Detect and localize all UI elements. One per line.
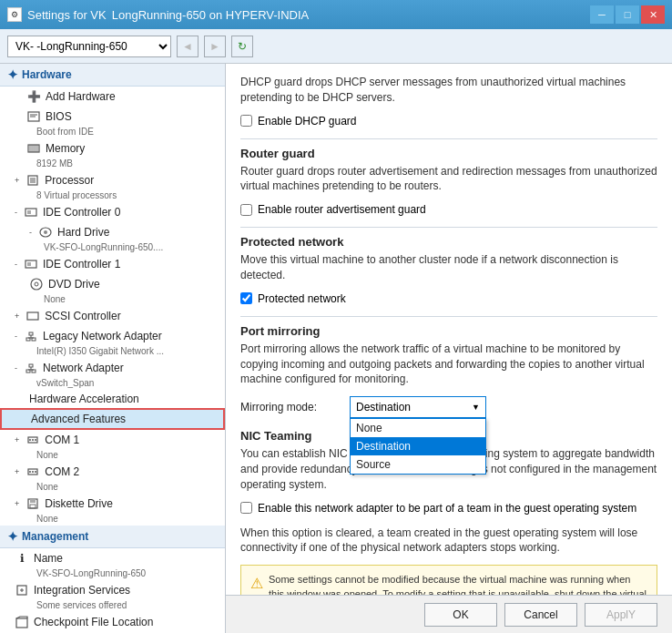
- protected-checkbox[interactable]: [240, 292, 252, 304]
- back-button[interactable]: ◄: [177, 36, 199, 57]
- dhcp-checkbox-label: Enable DHCP guard: [258, 115, 357, 128]
- divider-2: [240, 227, 657, 228]
- sidebar-item-checkpoint[interactable]: Checkpoint File Location: [0, 612, 225, 632]
- option-source[interactable]: Source: [351, 455, 485, 474]
- nic-checkbox[interactable]: [240, 502, 252, 514]
- bottom-bar: OK Cancel ApplY: [226, 595, 672, 633]
- svg-point-18: [35, 282, 38, 286]
- mirroring-mode-label: Mirroring mode:: [240, 401, 341, 413]
- integration-subtext: Some services offered: [22, 600, 225, 612]
- add-hardware-icon: ➕: [26, 89, 41, 104]
- sidebar-item-integration[interactable]: Integration Services: [0, 580, 225, 600]
- cancel-button[interactable]: Cancel: [504, 603, 577, 627]
- sidebar-item-com1[interactable]: + COM 1: [0, 430, 225, 450]
- apply-button[interactable]: ApplY: [585, 603, 657, 627]
- port-mirroring-section: Port mirroring Port mirroring allows the…: [240, 324, 657, 418]
- sidebar-item-network-adapter[interactable]: - Network Adapter: [0, 358, 225, 378]
- option-destination[interactable]: Destination: [351, 437, 485, 455]
- sidebar-item-ide1[interactable]: - IDE Controller 1: [0, 254, 225, 274]
- sidebar-item-legacy-network[interactable]: - Legacy Network Adapter: [0, 326, 225, 346]
- router-section: Router guard Router guard drops router a…: [240, 147, 657, 217]
- nic-checkbox-label: Enable this network adapter to be part o…: [258, 502, 636, 515]
- protected-checkbox-row: Protected network: [240, 292, 657, 305]
- toolbar: VK- -LongRunning-650 ◄ ► ↻: [0, 29, 672, 64]
- minimize-button[interactable]: ─: [590, 5, 614, 24]
- title-bar: ⚙ Settings for VK LongRunning-650 on HYP…: [0, 0, 672, 29]
- name-subtext: VK-SFO-LongRunning-650: [22, 568, 225, 580]
- ok-button[interactable]: OK: [424, 603, 497, 627]
- processor-icon: [25, 173, 40, 188]
- close-button[interactable]: ✕: [641, 5, 665, 24]
- svg-rect-44: [16, 618, 27, 628]
- sidebar-item-com2[interactable]: + COM 2: [0, 462, 225, 482]
- svg-rect-16: [27, 262, 31, 266]
- svg-point-14: [44, 230, 47, 234]
- hardware-section-header: ✦ Hardware: [0, 64, 225, 87]
- main-content: ✦ Hardware ➕ Add Hardware BIOS Boot from…: [0, 64, 672, 633]
- maximize-button[interactable]: □: [616, 5, 639, 24]
- app-icon: ⚙: [7, 7, 22, 22]
- svg-rect-10: [30, 178, 36, 183]
- sidebar-item-bios[interactable]: BIOS: [0, 107, 225, 127]
- nic-note: When this option is cleared, a team crea…: [240, 526, 657, 556]
- nic-checkbox-row: Enable this network adapter to be part o…: [240, 502, 657, 515]
- sidebar-item-harddrive[interactable]: - Hard Drive: [0, 222, 225, 242]
- router-checkbox-label: Enable router advertisement guard: [258, 203, 426, 216]
- diskette-icon: [25, 496, 40, 511]
- diskette-subtext: None: [22, 514, 225, 526]
- dvd-subtext: None: [29, 294, 225, 306]
- refresh-button[interactable]: ↻: [231, 36, 253, 57]
- left-panel: ✦ Hardware ➕ Add Hardware BIOS Boot from…: [0, 64, 226, 633]
- sidebar-item-scsi[interactable]: + SCSI Controller: [0, 306, 225, 326]
- forward-button[interactable]: ►: [204, 36, 226, 57]
- port-mirroring-title: Port mirroring: [240, 324, 657, 338]
- dhcp-desc: DHCP guard drops DHCP server messages fr…: [240, 75, 657, 106]
- dropdown-popup: None Destination Source: [350, 418, 486, 475]
- svg-point-32: [32, 439, 34, 441]
- dhcp-section: DHCP guard drops DHCP server messages fr…: [240, 75, 657, 128]
- divider-1: [240, 138, 657, 139]
- dhcp-checkbox-row: Enable DHCP guard: [240, 115, 657, 128]
- option-none[interactable]: None: [351, 419, 485, 437]
- protected-section: Protected network Move this virtual mach…: [240, 235, 657, 305]
- router-title: Router guard: [240, 147, 657, 160]
- com1-subtext: None: [22, 450, 225, 462]
- svg-point-36: [32, 471, 34, 473]
- sidebar-item-add-hardware[interactable]: ➕ Add Hardware: [0, 87, 225, 107]
- processor-subtext: 8 Virtual processors: [22, 190, 225, 202]
- harddrive-subtext: VK-SFO-LongRunning-650....: [29, 242, 225, 254]
- legacy-network-icon: [24, 329, 38, 343]
- svg-point-17: [31, 279, 42, 290]
- harddrive-icon: [38, 225, 53, 240]
- sidebar-item-hw-accel[interactable]: Hardware Acceleration: [0, 390, 225, 408]
- mirroring-dropdown[interactable]: Destination ▼: [350, 396, 486, 418]
- com1-icon: [25, 433, 40, 447]
- sidebar-item-diskette[interactable]: + Diskette Drive: [0, 494, 225, 514]
- name-icon: ℹ: [15, 551, 29, 566]
- com2-subtext: None: [22, 482, 225, 494]
- svg-rect-26: [29, 364, 33, 367]
- router-checkbox[interactable]: [240, 204, 252, 216]
- vm-selector[interactable]: VK- -LongRunning-650: [7, 36, 171, 57]
- warning-icon: ⚠: [250, 574, 263, 594]
- sidebar-item-dvd[interactable]: DVD Drive: [0, 274, 225, 294]
- memory-subtext: 8192 MB: [22, 158, 225, 170]
- svg-rect-12: [27, 210, 31, 214]
- router-desc: Router guard drops router advertisement …: [240, 164, 657, 195]
- svg-point-37: [35, 471, 36, 473]
- sidebar-item-advanced-features[interactable]: Advanced Features: [0, 408, 225, 430]
- legacy-network-subtext: Intel(R) I350 Gigabit Network ...: [22, 346, 225, 358]
- sidebar-item-name[interactable]: ℹ Name: [0, 548, 225, 568]
- sidebar-item-ide0[interactable]: - IDE Controller 0: [0, 202, 225, 222]
- ide1-icon: [24, 257, 38, 271]
- dvd-icon: [29, 277, 44, 291]
- divider-3: [240, 316, 657, 317]
- svg-point-35: [29, 471, 31, 473]
- title-left: Settings for VK: [27, 8, 107, 22]
- svg-rect-19: [27, 312, 38, 320]
- router-checkbox-row: Enable router advertisement guard: [240, 203, 657, 216]
- sidebar-item-memory[interactable]: Memory: [0, 138, 225, 158]
- title-right: LongRunning-650 on HYPERV-INDIA: [112, 8, 310, 22]
- sidebar-item-processor[interactable]: + Processor: [0, 170, 225, 190]
- dhcp-checkbox[interactable]: [240, 115, 252, 127]
